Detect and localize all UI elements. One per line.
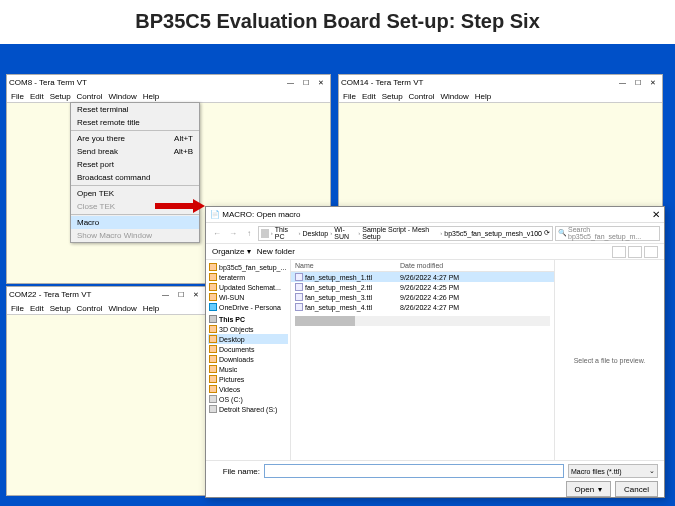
close-button[interactable]: ✕ [313,77,328,89]
dialog-title: MACRO: Open macro [222,210,636,219]
view-button-1[interactable] [612,246,626,258]
menu-broadcast-command[interactable]: Broadcast command [71,171,199,184]
nav-item-label: This PC [219,316,245,323]
organize-button[interactable]: Organize ▾ [212,247,251,256]
menu-control[interactable]: Control [76,304,104,313]
maximize-button[interactable]: ☐ [298,77,313,89]
column-date[interactable]: Date modified [400,262,550,269]
nav-item[interactable]: Wi-SUN [208,292,288,302]
dialog-titlebar[interactable]: 📄 MACRO: Open macro ✕ [206,207,664,223]
nav-item[interactable]: Downloads [208,354,288,364]
menu-file[interactable]: File [342,92,357,101]
menu-edit[interactable]: Edit [29,92,45,101]
menu-file[interactable]: File [10,92,25,101]
file-row[interactable]: fan_setup_mesh_2.ttl9/26/2022 4:25 PM [291,282,554,292]
nav-item[interactable]: OS (C:) [208,394,288,404]
menu-reset-terminal[interactable]: Reset terminal [71,103,199,116]
nav-item[interactable]: OneDrive - Persona [208,302,288,312]
view-button-2[interactable] [628,246,642,258]
chevron-down-icon[interactable]: ▾ [598,485,602,494]
nav-item[interactable]: Detroit Shared (S:) [208,404,288,414]
minimize-button[interactable]: — [158,289,173,301]
file-row[interactable]: fan_setup_mesh_4.ttl8/26/2022 4:27 PM [291,302,554,312]
menu-control[interactable]: Control [76,92,104,101]
maximize-button[interactable]: ☐ [630,77,645,89]
nav-item[interactable]: Updated Schemat... [208,282,288,292]
nav-item[interactable]: teraterm [208,272,288,282]
column-name[interactable]: Name [295,262,400,269]
menu-reset-port[interactable]: Reset port [71,158,199,171]
menu-window[interactable]: Window [107,304,137,313]
nav-pane[interactable]: bp35c5_fan_setup_...teratermUpdated Sche… [206,260,291,460]
titlebar[interactable]: COM8 - Tera Term VT — ☐ ✕ [7,75,330,90]
file-icon: 📄 [210,210,220,219]
file-filter-combo[interactable]: Macro files (*.ttl)⌄ [568,464,658,478]
breadcrumb[interactable]: ›This PC ›Desktop ›Wi-SUN ›Sample Script… [258,226,553,241]
menu-help[interactable]: Help [142,92,160,101]
help-button[interactable] [644,246,658,258]
titlebar[interactable]: COM14 - Tera Term VT — ☐ ✕ [339,75,662,90]
file-rows: fan_setup_mesh_1.ttl9/26/2022 4:27 PMfan… [291,272,554,312]
scroll-thumb[interactable] [295,316,355,326]
up-button[interactable]: ↑ [242,226,256,240]
menubar: File Edit Setup Control Window Help [339,90,662,103]
nav-item-label: Pictures [219,376,244,383]
minimize-button[interactable]: — [283,77,298,89]
menu-edit[interactable]: Edit [29,304,45,313]
menu-reset-remote-title[interactable]: Reset remote title [71,116,199,129]
close-button[interactable]: ✕ [188,289,203,301]
menu-help[interactable]: Help [142,304,160,313]
file-icon [295,293,303,301]
file-icon [295,303,303,311]
nav-item[interactable]: 3D Objects [208,324,288,334]
menubar: File Edit Setup Control Window Help [7,302,205,315]
drive-icon [209,395,217,403]
menu-setup[interactable]: Setup [49,92,72,101]
nav-item[interactable]: Pictures [208,374,288,384]
menu-macro[interactable]: Macro [71,216,199,229]
titlebar[interactable]: COM22 - Tera Term VT — ☐ ✕ [7,287,205,302]
back-button[interactable]: ← [210,226,224,240]
column-headers[interactable]: Name Date modified [291,260,554,272]
nav-item[interactable]: bp35c5_fan_setup_... [208,262,288,272]
maximize-button[interactable]: ☐ [173,289,188,301]
file-icon [295,273,303,281]
menu-window[interactable]: Window [439,92,469,101]
open-button[interactable]: Open▾ [566,481,612,497]
nav-item[interactable]: Videos [208,384,288,394]
window-title: COM22 - Tera Term VT [9,290,158,299]
nav-item[interactable]: Documents [208,344,288,354]
menu-help[interactable]: Help [474,92,492,101]
nav-item[interactable]: This PC [208,314,288,324]
folder-icon [209,345,217,353]
close-button[interactable]: ✕ [645,77,660,89]
close-button[interactable]: ✕ [636,209,660,220]
forward-button[interactable]: → [226,226,240,240]
desktop-area: COM8 - Tera Term VT — ☐ ✕ File Edit Setu… [0,44,675,506]
blue-icon [209,303,217,311]
file-row[interactable]: fan_setup_mesh_3.ttl9/26/2022 4:26 PM [291,292,554,302]
minimize-button[interactable]: — [615,77,630,89]
menu-send-break[interactable]: Send breakAlt+B [71,145,199,158]
horizontal-scrollbar[interactable] [295,316,550,326]
cancel-button[interactable]: Cancel [615,481,658,497]
search-input[interactable]: Search bp35c5_fan_setup_m... [555,226,660,241]
menu-window[interactable]: Window [107,92,137,101]
pc-icon [261,229,269,238]
nav-item[interactable]: Music [208,364,288,374]
menu-control[interactable]: Control [408,92,436,101]
menu-file[interactable]: File [10,304,25,313]
menu-edit[interactable]: Edit [361,92,377,101]
nav-item-label: Desktop [219,336,245,343]
menu-setup[interactable]: Setup [49,304,72,313]
menu-setup[interactable]: Setup [381,92,404,101]
folder-icon [209,263,217,271]
nav-item[interactable]: Desktop [208,334,288,344]
menu-are-you-there[interactable]: Are you thereAlt+T [71,132,199,145]
refresh-button[interactable]: ⟳ [544,229,550,237]
pc-icon [209,315,217,323]
file-row[interactable]: fan_setup_mesh_1.ttl9/26/2022 4:27 PM [291,272,554,282]
new-folder-button[interactable]: New folder [257,247,295,256]
filename-input[interactable] [264,464,564,478]
menu-separator [71,214,199,215]
